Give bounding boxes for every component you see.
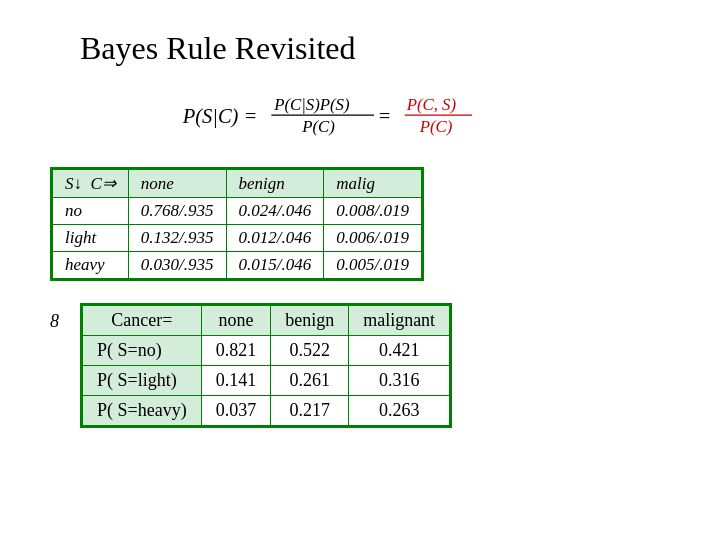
cell-no-none: 0.768/.935 <box>128 198 226 225</box>
row-heavy-label: heavy <box>53 252 129 279</box>
cell-light-malig: 0.006/.019 <box>324 225 422 252</box>
posterior-header-label: Cancer= <box>83 306 202 336</box>
posterior-heavy-malignant: 0.263 <box>349 396 450 426</box>
prob-table-wrapper: S↓ C⇒ none benign malig no 0.768/.935 0.… <box>50 167 670 285</box>
posterior-row-no-label: P( S=no) <box>83 336 202 366</box>
posterior-no-none: 0.821 <box>201 336 271 366</box>
header-benign: benign <box>226 170 324 198</box>
posterior-header-none: none <box>201 306 271 336</box>
prob-table-container: S↓ C⇒ none benign malig no 0.768/.935 0.… <box>50 167 424 281</box>
formula-svg: P(S|C) = P(C|S)P(S) P(C) = P(C, S) P(C) <box>170 89 550 145</box>
svg-text:P(S|C) =: P(S|C) = <box>182 105 258 128</box>
posterior-header-benign: benign <box>271 306 349 336</box>
row-light-label: light <box>53 225 129 252</box>
posterior-light-benign: 0.261 <box>271 366 349 396</box>
header-none: none <box>128 170 226 198</box>
row-no-label: no <box>53 198 129 225</box>
posterior-row-heavy-label: P( S=heavy) <box>83 396 202 426</box>
cell-heavy-benign: 0.015/.046 <box>226 252 324 279</box>
formula-area: P(S|C) = P(C|S)P(S) P(C) = P(C, S) P(C) <box>50 89 670 145</box>
posterior-header-malignant: malignant <box>349 306 450 336</box>
header-sc: S↓ C⇒ <box>53 170 129 198</box>
posterior-heavy-none: 0.037 <box>201 396 271 426</box>
svg-text:P(C): P(C) <box>419 117 453 136</box>
page-title: Bayes Rule Revisited <box>80 30 670 67</box>
bottom-section: 8 Cancer= none benign malignant P( S=no)… <box>50 303 670 428</box>
posterior-light-none: 0.141 <box>201 366 271 396</box>
slide-number: 8 <box>50 311 70 332</box>
posterior-light-malignant: 0.316 <box>349 366 450 396</box>
svg-text:=: = <box>379 105 391 127</box>
cell-no-benign: 0.024/.046 <box>226 198 324 225</box>
posterior-table-container: Cancer= none benign malignant P( S=no) 0… <box>80 303 452 428</box>
cell-heavy-malig: 0.005/.019 <box>324 252 422 279</box>
svg-text:P(C|S)P(S): P(C|S)P(S) <box>273 95 350 114</box>
cell-light-benign: 0.012/.046 <box>226 225 324 252</box>
prob-table: S↓ C⇒ none benign malig no 0.768/.935 0.… <box>52 169 422 279</box>
cell-heavy-none: 0.030/.935 <box>128 252 226 279</box>
posterior-no-benign: 0.522 <box>271 336 349 366</box>
page: Bayes Rule Revisited P(S|C) = P(C|S)P(S)… <box>0 0 720 540</box>
cell-no-malig: 0.008/.019 <box>324 198 422 225</box>
svg-text:P(C): P(C) <box>301 117 335 136</box>
cell-light-none: 0.132/.935 <box>128 225 226 252</box>
posterior-no-malignant: 0.421 <box>349 336 450 366</box>
header-malig: malig <box>324 170 422 198</box>
posterior-row-light-label: P( S=light) <box>83 366 202 396</box>
posterior-table: Cancer= none benign malignant P( S=no) 0… <box>82 305 450 426</box>
posterior-heavy-benign: 0.217 <box>271 396 349 426</box>
svg-text:P(C, S): P(C, S) <box>406 95 457 114</box>
